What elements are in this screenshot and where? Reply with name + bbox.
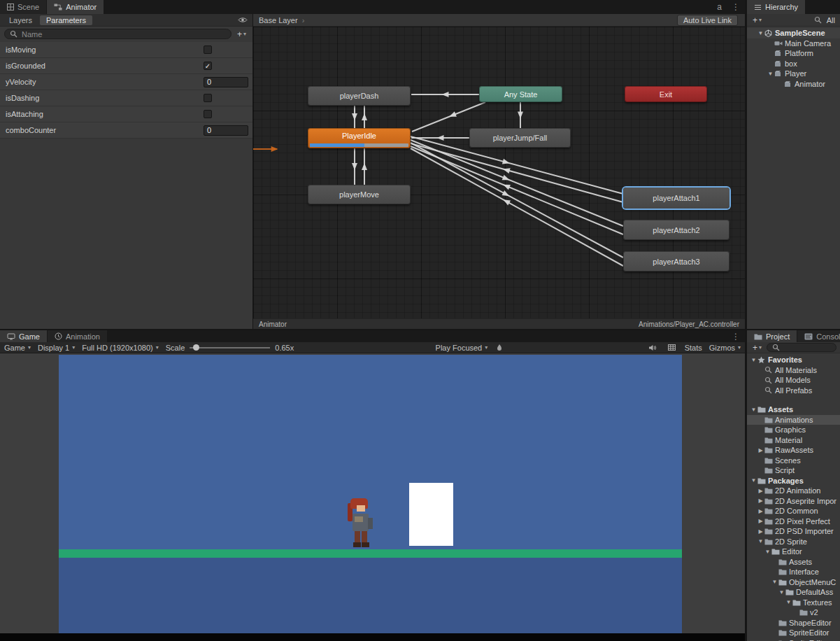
parameter-checkbox[interactable]	[204, 45, 212, 54]
tab-project[interactable]: Project	[747, 330, 797, 342]
parameter-search-input[interactable]: Name	[4, 29, 232, 39]
parameter-checkbox[interactable]: ✓	[204, 62, 212, 70]
tab-console[interactable]: Console	[797, 330, 840, 342]
project-search-input[interactable]	[767, 343, 837, 352]
project-item[interactable]: ▶RawAssets	[747, 445, 840, 456]
expander-open-icon[interactable]: ▼	[750, 477, 757, 484]
expander-closed-icon[interactable]: ▶	[757, 498, 764, 504]
kebab-menu-icon[interactable]: ⋮	[727, 330, 745, 342]
parameter-checkbox[interactable]	[204, 94, 212, 102]
expander-open-icon[interactable]: ▼	[750, 357, 757, 363]
project-item[interactable]: All Prefabs	[747, 386, 840, 396]
account-icon[interactable]: a	[712, 0, 727, 14]
stats-button[interactable]: Stats	[685, 344, 702, 352]
display-dropdown[interactable]: Display 1 ▾	[38, 344, 75, 352]
scale-slider-thumb[interactable]	[193, 344, 199, 351]
tab-scene[interactable]: Scene	[0, 0, 46, 14]
project-item[interactable]: ▶2D Animation	[747, 486, 840, 496]
expander-open-icon[interactable]: ▼	[750, 407, 757, 413]
project-item[interactable]: ▼Textures	[747, 598, 840, 608]
project-item[interactable]: ▼2D Sprite	[747, 537, 840, 547]
expander-closed-icon[interactable]: ▶	[757, 518, 764, 524]
expander-open-icon[interactable]: ▼	[767, 71, 774, 77]
tab-animator[interactable]: Animator	[47, 0, 104, 14]
project-item[interactable]: Script	[747, 465, 840, 476]
project-item[interactable]: All Models	[747, 375, 840, 386]
state-node-playerjump-fall[interactable]: playerJump/Fall	[469, 128, 571, 148]
breadcrumb[interactable]: Base Layer	[259, 16, 298, 24]
project-item[interactable]: Assets	[747, 557, 840, 568]
hierarchy-search-filter[interactable]: All	[827, 16, 837, 24]
game-viewport[interactable]	[0, 353, 745, 641]
project-item[interactable]: ▼Assets	[747, 404, 840, 415]
parameter-value-field[interactable]: 0	[204, 125, 248, 136]
parameter-row[interactable]: isMoving	[0, 42, 252, 58]
project-item[interactable]: Material	[747, 435, 840, 446]
project-item[interactable]: ▼Favorites	[747, 355, 840, 365]
state-node-exit[interactable]: Exit	[625, 86, 707, 102]
graph-canvas[interactable]: playerDashAny StateExitPlayerIdleplayerJ…	[253, 27, 745, 318]
search-icon[interactable]	[812, 16, 824, 24]
resolution-dropdown[interactable]: Full HD (1920x1080) ▾	[82, 344, 159, 352]
scale-slider[interactable]	[190, 347, 270, 348]
game-mode-dropdown[interactable]: Game ▾	[4, 344, 31, 352]
kebab-menu-icon[interactable]: ⋮	[727, 0, 745, 14]
project-item[interactable]: v2	[747, 607, 840, 618]
state-node-playermove[interactable]: playerMove	[308, 185, 411, 204]
project-item[interactable]: ▼Packages	[747, 476, 840, 486]
state-node-any-state[interactable]: Any State	[479, 86, 562, 102]
parameter-checkbox[interactable]	[204, 110, 212, 118]
hierarchy-item[interactable]: ▼Player	[747, 69, 840, 79]
parameter-row[interactable]: yVelocity0	[0, 74, 252, 90]
project-item[interactable]: Graphics	[747, 425, 840, 435]
project-item[interactable]: ▼DefaultAss	[747, 587, 840, 598]
auto-live-link-button[interactable]: Auto Live Link	[677, 15, 738, 26]
expander-closed-icon[interactable]: ▶	[757, 508, 764, 514]
hierarchy-item[interactable]: Platform	[747, 48, 840, 59]
hierarchy-item[interactable]: box	[747, 59, 840, 69]
project-item[interactable]: ▶2D PSD Importer	[747, 526, 840, 537]
expander-open-icon[interactable]: ▼	[785, 599, 792, 605]
state-node-playeridle[interactable]: PlayerIdle	[308, 128, 411, 148]
play-focused-dropdown[interactable]: Play Focused ▾	[436, 344, 488, 352]
expander-open-icon[interactable]: ▼	[778, 589, 785, 596]
project-item[interactable]: All Materials	[747, 365, 840, 376]
project-item[interactable]: Animations	[747, 415, 840, 425]
parameter-value-field[interactable]: 0	[204, 77, 248, 87]
expander-closed-icon[interactable]: ▶	[757, 488, 764, 494]
stats-grid-icon[interactable]	[666, 344, 678, 351]
tab-parameters[interactable]: Parameters	[40, 15, 92, 25]
project-item[interactable]: ▼ObjectMenuC	[747, 577, 840, 588]
parameter-row[interactable]: isAttaching	[0, 106, 252, 122]
flame-icon[interactable]	[494, 344, 504, 351]
hierarchy-item[interactable]: ▼SampleScene	[747, 28, 840, 38]
expander-open-icon[interactable]: ▼	[764, 549, 771, 555]
gizmos-dropdown[interactable]: Gizmos ▾	[709, 344, 741, 352]
project-item[interactable]: ▶2D Pixel Perfect	[747, 516, 840, 527]
project-item[interactable]: ▼Editor	[747, 547, 840, 557]
expander-open-icon[interactable]: ▼	[771, 579, 778, 585]
project-item[interactable]: ▶2D Aseprite Impor	[747, 496, 840, 507]
tab-game[interactable]: Game	[0, 330, 47, 342]
hierarchy-create-button[interactable]: + ▾	[750, 15, 764, 25]
tab-layers[interactable]: Layers	[3, 15, 38, 25]
eye-icon[interactable]	[236, 17, 250, 23]
expander-open-icon[interactable]: ▼	[757, 30, 764, 36]
state-node-playerattach1[interactable]: playerAttach1	[623, 188, 729, 209]
expander-open-icon[interactable]: ▼	[757, 538, 764, 544]
tab-animation[interactable]: Animation	[48, 330, 107, 342]
mute-audio-icon[interactable]	[646, 344, 659, 351]
project-item[interactable]: SpriteEditor	[747, 638, 840, 641]
expander-closed-icon[interactable]: ▶	[757, 447, 764, 453]
parameter-row[interactable]: comboCounter0	[0, 122, 252, 139]
add-parameter-button[interactable]: + ▾	[235, 29, 248, 39]
state-node-playerattach3[interactable]: playerAttach3	[623, 251, 729, 272]
project-item[interactable]: ▶2D Common	[747, 506, 840, 516]
state-node-playerattach2[interactable]: playerAttach2	[623, 220, 729, 240]
parameter-row[interactable]: isGrounded✓	[0, 58, 252, 74]
parameter-row[interactable]: isDashing	[0, 90, 252, 106]
hierarchy-item[interactable]: Animator	[747, 79, 840, 90]
project-item[interactable]: Scenes	[747, 456, 840, 466]
project-item[interactable]: Interface	[747, 567, 840, 577]
project-item[interactable]: ShapeEditor	[747, 618, 840, 628]
